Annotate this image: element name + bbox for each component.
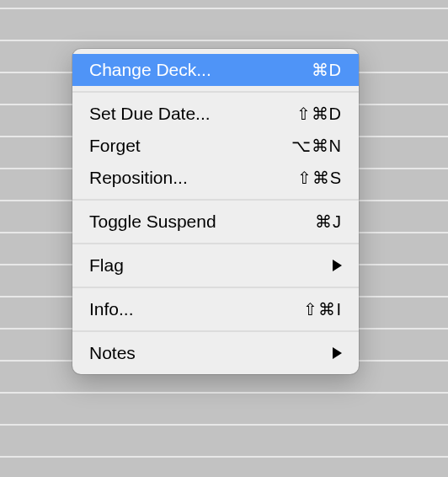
menu-separator [72,287,359,288]
menu-item-shortcut: ⌥⌘N [291,136,342,156]
submenu-arrow-icon [333,347,342,359]
menu-item-label: Flag [89,255,316,276]
menu-item-label: Set Due Date... [89,104,280,124]
menu-separator [72,91,359,93]
menu-item-label: Reposition... [89,168,280,188]
submenu-arrow-icon [333,260,342,271]
menu-item-toggle-suspend[interactable]: Toggle Suspend ⌘J [72,206,359,238]
menu-item-reposition[interactable]: Reposition... ⇧⌘S [72,162,359,194]
menu-item-info[interactable]: Info... ⇧⌘I [72,293,359,325]
menu-separator [72,243,359,244]
menu-item-label: Toggle Suspend [89,212,298,232]
menu-item-label: Info... [89,299,286,319]
menu-item-notes[interactable]: Notes [72,337,359,369]
menu-item-forget[interactable]: Forget ⌥⌘N [72,130,359,162]
menu-item-shortcut: ⌘D [312,60,342,80]
menu-item-set-due-date[interactable]: Set Due Date... ⇧⌘D [72,98,359,130]
menu-item-label: Forget [89,136,275,156]
context-menu: Change Deck... ⌘D Set Due Date... ⇧⌘D Fo… [72,49,359,374]
menu-item-shortcut: ⌘J [315,212,342,232]
menu-item-shortcut: ⇧⌘I [303,299,342,319]
menu-item-shortcut: ⇧⌘D [296,104,342,124]
menu-separator [72,330,359,332]
menu-item-label: Notes [89,343,316,363]
menu-item-change-deck[interactable]: Change Deck... ⌘D [72,54,359,86]
menu-item-shortcut: ⇧⌘S [297,168,342,188]
menu-separator [72,199,359,201]
menu-item-flag[interactable]: Flag [72,249,359,281]
menu-item-label: Change Deck... [89,60,295,80]
